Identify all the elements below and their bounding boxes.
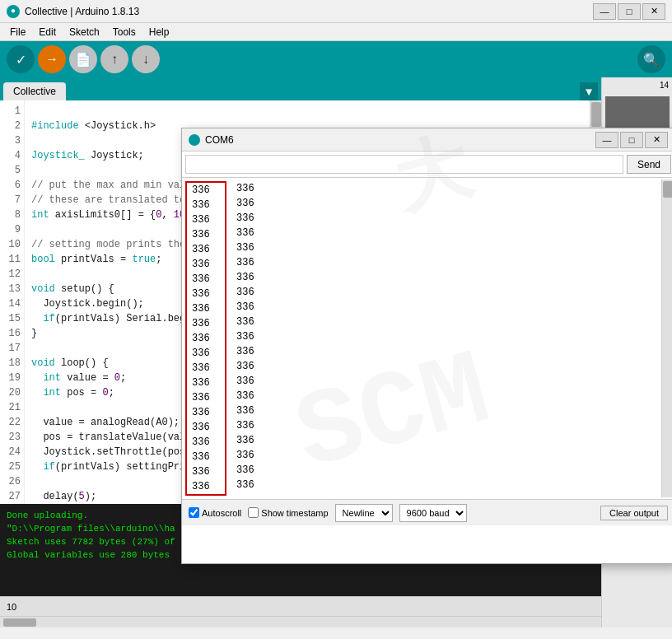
verify-button[interactable]: ✓	[7, 45, 35, 73]
upload-button[interactable]: →	[38, 45, 66, 73]
menu-tools[interactable]: Tools	[106, 25, 142, 40]
autoscroll-checkbox[interactable]: Autoscroll	[189, 507, 241, 518]
com-bottom-bar: Autoscroll Show timestamp Newline 9600 b…	[182, 499, 672, 525]
com-title-bar: COM6 — □ ✕	[182, 128, 672, 152]
com-title-text: COM6	[205, 134, 234, 146]
com-title-controls: — □ ✕	[595, 132, 668, 148]
clear-output-button[interactable]: Clear output	[600, 506, 668, 520]
com-minimize-button[interactable]: —	[595, 132, 618, 148]
com-icon	[189, 134, 200, 146]
maximize-button[interactable]: □	[618, 3, 641, 20]
com-vertical-scrollbar[interactable]	[661, 180, 672, 497]
menu-help[interactable]: Help	[142, 25, 176, 40]
side-number: 14	[602, 77, 672, 93]
tab-bar: Collective ▼	[0, 77, 601, 100]
menu-bar: File Edit Sketch Tools Help	[0, 23, 672, 41]
timestamp-input[interactable]	[248, 507, 259, 518]
com-left-column: 336 336 336 336 336 336 336 336 336 336 …	[185, 181, 226, 496]
title-bar-left: ● Collective | Arduino 1.8.13	[7, 5, 139, 18]
search-button[interactable]: 🔍	[637, 45, 665, 73]
com-input-field[interactable]	[185, 155, 623, 174]
status-bar: 10	[0, 596, 601, 616]
com-send-button[interactable]: Send	[627, 155, 671, 174]
close-button[interactable]: ✕	[642, 3, 665, 20]
window-title: Collective | Arduino 1.8.13	[25, 6, 139, 17]
horizontal-scrollbar[interactable]	[0, 616, 601, 627]
com-close-button[interactable]: ✕	[645, 132, 668, 148]
minimize-button[interactable]: —	[593, 3, 616, 20]
baud-select[interactable]: 9600 baud	[399, 504, 467, 522]
com-maximize-button[interactable]: □	[620, 132, 643, 148]
com-right-column: 336 336 336 336 336 336 336 336 336 336 …	[228, 180, 661, 497]
com-dialog: COM6 — □ ✕ Send 336 336 336 336 336 336 …	[181, 128, 672, 564]
menu-edit[interactable]: Edit	[32, 25, 63, 40]
com-title-left: COM6	[189, 134, 234, 146]
menu-sketch[interactable]: Sketch	[63, 25, 106, 40]
toolbar: ✓ → 📄 ↑ ↓ 🔍	[0, 41, 672, 77]
status-line: 10	[7, 602, 16, 612]
com-data-area[interactable]: 336 336 336 336 336 336 336 336 336 336 …	[182, 178, 672, 499]
timestamp-label: Show timestamp	[261, 508, 328, 518]
tab-dropdown-button[interactable]: ▼	[580, 82, 598, 100]
save-button[interactable]: ↓	[132, 45, 160, 73]
menu-file[interactable]: File	[3, 25, 32, 40]
app-icon: ●	[7, 5, 20, 18]
newline-select[interactable]: Newline	[335, 504, 393, 522]
open-button[interactable]: ↑	[100, 45, 128, 73]
autoscroll-input[interactable]	[189, 507, 199, 518]
new-button[interactable]: 📄	[69, 45, 97, 73]
title-bar: ● Collective | Arduino 1.8.13 — □ ✕	[0, 0, 672, 23]
window-controls: — □ ✕	[593, 3, 665, 20]
line-numbers: 12345 678910 1112131415 1617181920 21222…	[0, 100, 25, 504]
tab-collective[interactable]: Collective	[3, 82, 66, 100]
autoscroll-label: Autoscroll	[202, 508, 241, 518]
timestamp-checkbox[interactable]: Show timestamp	[248, 507, 328, 518]
com-input-row: Send	[182, 152, 672, 178]
